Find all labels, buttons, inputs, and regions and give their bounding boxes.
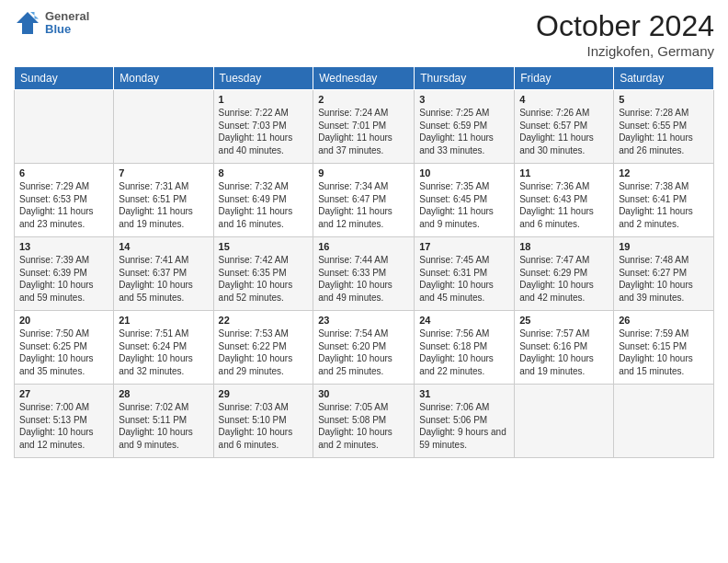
day-number: 9 [318,167,409,178]
calendar-cell-w5-d6 [515,385,614,458]
calendar-cell-w3-d3: 15 Sunrise: 7:42 AMSunset: 6:35 PMDaylig… [213,237,313,311]
day-number: 21 [119,315,208,326]
logo-blue: Blue [45,23,89,36]
day-info: Sunrise: 7:45 AMSunset: 6:31 PMDaylight:… [419,254,509,304]
day-number: 8 [219,167,309,178]
calendar-cell-w2-d7: 12 Sunrise: 7:38 AMSunset: 6:41 PMDaylig… [614,164,714,237]
day-info: Sunrise: 7:35 AMSunset: 6:45 PMDaylight:… [419,180,509,230]
calendar-cell-w2-d6: 11 Sunrise: 7:36 AMSunset: 6:43 PMDaylig… [515,164,614,237]
day-info: Sunrise: 7:44 AMSunset: 6:33 PMDaylight:… [318,254,409,304]
day-number: 23 [318,315,409,326]
day-info: Sunrise: 7:02 AMSunset: 5:11 PMDaylight:… [119,401,208,451]
day-number: 26 [619,315,709,326]
day-number: 4 [519,94,609,105]
day-number: 13 [19,241,108,252]
day-number: 7 [119,167,208,178]
day-info: Sunrise: 7:51 AMSunset: 6:24 PMDaylight:… [119,327,208,377]
col-wednesday: Wednesday [313,67,415,90]
day-number: 19 [619,241,709,252]
title-month: October 2024 [536,9,714,43]
calendar-week-5: 27 Sunrise: 7:00 AMSunset: 5:13 PMDaylig… [15,385,714,458]
header: General Blue October 2024 Inzigkofen, Ge… [14,9,714,59]
calendar-cell-w1-d5: 3 Sunrise: 7:25 AMSunset: 6:59 PMDayligh… [415,90,515,164]
day-info: Sunrise: 7:05 AMSunset: 5:08 PMDaylight:… [318,401,409,451]
day-number: 10 [419,167,509,178]
col-monday: Monday [114,67,213,90]
day-info: Sunrise: 7:26 AMSunset: 6:57 PMDaylight:… [519,107,609,156]
day-number: 29 [219,388,309,399]
day-number: 31 [419,388,509,399]
day-info: Sunrise: 7:57 AMSunset: 6:16 PMDaylight:… [519,327,609,377]
day-info: Sunrise: 7:34 AMSunset: 6:47 PMDaylight:… [318,180,409,230]
day-number: 11 [519,167,609,178]
calendar-cell-w1-d2 [114,90,213,164]
calendar-cell-w3-d1: 13 Sunrise: 7:39 AMSunset: 6:39 PMDaylig… [15,237,114,311]
day-info: Sunrise: 7:54 AMSunset: 6:20 PMDaylight:… [318,327,409,377]
calendar-cell-w2-d1: 6 Sunrise: 7:29 AMSunset: 6:53 PMDayligh… [15,164,114,237]
calendar-cell-w1-d6: 4 Sunrise: 7:26 AMSunset: 6:57 PMDayligh… [515,90,614,164]
day-number: 18 [519,241,609,252]
day-number: 6 [19,167,108,178]
calendar-cell-w4-d6: 25 Sunrise: 7:57 AMSunset: 6:16 PMDaylig… [515,311,614,385]
calendar-cell-w2-d2: 7 Sunrise: 7:31 AMSunset: 6:51 PMDayligh… [114,164,213,237]
calendar-week-2: 6 Sunrise: 7:29 AMSunset: 6:53 PMDayligh… [15,164,714,237]
day-number: 28 [119,388,208,399]
calendar-cell-w5-d5: 31 Sunrise: 7:06 AMSunset: 5:06 PMDaylig… [415,385,515,458]
day-info: Sunrise: 7:47 AMSunset: 6:29 PMDaylight:… [519,254,609,304]
day-info: Sunrise: 7:28 AMSunset: 6:55 PMDaylight:… [619,107,709,156]
col-tuesday: Tuesday [213,67,313,90]
calendar-cell-w3-d2: 14 Sunrise: 7:41 AMSunset: 6:37 PMDaylig… [114,237,213,311]
calendar-cell-w3-d5: 17 Sunrise: 7:45 AMSunset: 6:31 PMDaylig… [415,237,515,311]
day-number: 14 [119,241,208,252]
day-number: 12 [619,167,709,178]
calendar-week-1: 1 Sunrise: 7:22 AMSunset: 7:03 PMDayligh… [15,90,714,164]
calendar-cell-w3-d7: 19 Sunrise: 7:48 AMSunset: 6:27 PMDaylig… [614,237,714,311]
day-info: Sunrise: 7:06 AMSunset: 5:06 PMDaylight:… [419,401,509,451]
day-number: 22 [219,315,309,326]
col-saturday: Saturday [614,67,714,90]
day-info: Sunrise: 7:39 AMSunset: 6:39 PMDaylight:… [19,254,108,304]
day-info: Sunrise: 7:29 AMSunset: 6:53 PMDaylight:… [19,180,108,230]
day-number: 17 [419,241,509,252]
day-info: Sunrise: 7:00 AMSunset: 5:13 PMDaylight:… [19,401,108,451]
col-thursday: Thursday [415,67,515,90]
day-info: Sunrise: 7:41 AMSunset: 6:37 PMDaylight:… [119,254,208,304]
calendar-cell-w4-d2: 21 Sunrise: 7:51 AMSunset: 6:24 PMDaylig… [114,311,213,385]
calendar-cell-w2-d5: 10 Sunrise: 7:35 AMSunset: 6:45 PMDaylig… [415,164,515,237]
calendar-cell-w1-d1 [15,90,114,164]
day-info: Sunrise: 7:59 AMSunset: 6:15 PMDaylight:… [619,327,709,377]
day-info: Sunrise: 7:56 AMSunset: 6:18 PMDaylight:… [419,327,509,377]
logo-icon [14,9,41,37]
day-number: 1 [219,94,309,105]
day-info: Sunrise: 7:22 AMSunset: 7:03 PMDaylight:… [219,107,309,156]
page: General Blue October 2024 Inzigkofen, Ge… [0,0,728,563]
day-number: 24 [419,315,509,326]
day-number: 30 [318,388,409,399]
calendar-cell-w5-d1: 27 Sunrise: 7:00 AMSunset: 5:13 PMDaylig… [15,385,114,458]
day-info: Sunrise: 7:50 AMSunset: 6:25 PMDaylight:… [19,327,108,377]
day-info: Sunrise: 7:38 AMSunset: 6:41 PMDaylight:… [619,180,709,230]
calendar-cell-w3-d4: 16 Sunrise: 7:44 AMSunset: 6:33 PMDaylig… [313,237,415,311]
calendar-cell-w2-d4: 9 Sunrise: 7:34 AMSunset: 6:47 PMDayligh… [313,164,415,237]
calendar-cell-w1-d7: 5 Sunrise: 7:28 AMSunset: 6:55 PMDayligh… [614,90,714,164]
calendar-cell-w5-d3: 29 Sunrise: 7:03 AMSunset: 5:10 PMDaylig… [213,385,313,458]
logo-text: General Blue [45,10,89,37]
day-info: Sunrise: 7:42 AMSunset: 6:35 PMDaylight:… [219,254,309,304]
col-sunday: Sunday [15,67,114,90]
title-block: October 2024 Inzigkofen, Germany [536,9,714,59]
day-info: Sunrise: 7:32 AMSunset: 6:49 PMDaylight:… [219,180,309,230]
calendar-cell-w1-d3: 1 Sunrise: 7:22 AMSunset: 7:03 PMDayligh… [213,90,313,164]
day-info: Sunrise: 7:25 AMSunset: 6:59 PMDaylight:… [419,107,509,156]
logo-general: General [45,10,89,23]
calendar: Sunday Monday Tuesday Wednesday Thursday… [14,66,714,458]
calendar-header-row: Sunday Monday Tuesday Wednesday Thursday… [15,67,714,90]
day-number: 20 [19,315,108,326]
calendar-cell-w5-d2: 28 Sunrise: 7:02 AMSunset: 5:11 PMDaylig… [114,385,213,458]
day-info: Sunrise: 7:24 AMSunset: 7:01 PMDaylight:… [318,107,409,156]
calendar-cell-w2-d3: 8 Sunrise: 7:32 AMSunset: 6:49 PMDayligh… [213,164,313,237]
calendar-week-4: 20 Sunrise: 7:50 AMSunset: 6:25 PMDaylig… [15,311,714,385]
day-number: 2 [318,94,409,105]
day-info: Sunrise: 7:31 AMSunset: 6:51 PMDaylight:… [119,180,208,230]
day-info: Sunrise: 7:36 AMSunset: 6:43 PMDaylight:… [519,180,609,230]
calendar-cell-w4-d7: 26 Sunrise: 7:59 AMSunset: 6:15 PMDaylig… [614,311,714,385]
